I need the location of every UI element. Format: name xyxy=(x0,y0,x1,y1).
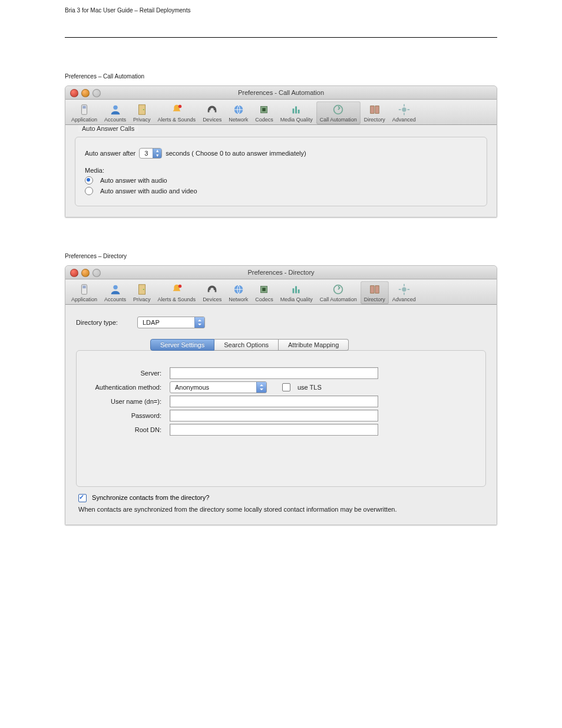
subtab-search-options[interactable]: Search Options xyxy=(214,339,279,351)
rootdn-label: Root DN: xyxy=(87,426,161,433)
use-tls-label: use TLS xyxy=(297,384,322,391)
phone-icon xyxy=(77,103,91,117)
subtab-server-settings[interactable]: Server Settings xyxy=(150,339,214,351)
radio-audio[interactable] xyxy=(85,176,93,185)
group-label-auto-answer: Auto Answer Calls xyxy=(78,125,138,132)
auto-answer-prefix: Auto answer after xyxy=(85,150,135,157)
tab-directory[interactable]: Directory xyxy=(361,101,389,124)
tab-application[interactable]: Application xyxy=(68,281,101,304)
tab-accounts[interactable]: Accounts xyxy=(101,281,130,304)
sync-help-text: When contacts are synchronized from the … xyxy=(76,502,486,520)
directory-subtabs: Server Settings Search Options Attribute… xyxy=(150,339,486,351)
close-icon[interactable] xyxy=(70,269,78,277)
gear-icon xyxy=(397,103,411,117)
subtab-attribute-mapping[interactable]: Attribute Mapping xyxy=(279,339,349,351)
stepper-down-icon[interactable]: ▼ xyxy=(153,153,161,158)
bell-icon xyxy=(170,103,184,117)
svg-point-13 xyxy=(402,107,406,111)
username-field[interactable] xyxy=(170,396,378,407)
user-icon xyxy=(108,103,123,117)
auth-method-select[interactable]: Anonymous xyxy=(170,381,267,393)
tab-alerts-sounds[interactable]: Alerts & Sounds xyxy=(154,281,200,304)
tab-call-automation[interactable]: Call Automation xyxy=(316,281,361,304)
window-title: Preferences - Call Automation xyxy=(238,89,324,96)
tab-advanced[interactable]: Advanced xyxy=(389,281,419,304)
tab-network[interactable]: Network xyxy=(225,101,252,124)
stepper-up-icon[interactable]: ▲ xyxy=(153,149,161,153)
panel-call-automation: Preferences - Call Automation Applicatio… xyxy=(65,85,497,218)
door-icon xyxy=(135,103,149,117)
chevron-updown-icon xyxy=(256,382,266,393)
server-field[interactable] xyxy=(170,367,378,379)
tab-devices[interactable]: Devices xyxy=(199,101,225,124)
gear-icon xyxy=(397,282,411,297)
zoom-icon xyxy=(92,89,101,97)
svg-point-31 xyxy=(402,287,406,291)
media-label: Media: xyxy=(85,167,104,174)
svg-rect-29 xyxy=(298,289,300,293)
svg-rect-21 xyxy=(138,285,145,295)
user-icon xyxy=(108,282,123,297)
preferences-toolbar: Application Accounts Privacy Alerts & So… xyxy=(65,100,497,125)
tab-accounts[interactable]: Accounts xyxy=(101,101,130,124)
use-tls-checkbox[interactable] xyxy=(282,383,290,391)
section-title-directory: Preferences – Directory xyxy=(65,253,497,259)
svg-point-23 xyxy=(178,285,182,288)
svg-point-20 xyxy=(113,285,117,289)
radio-audio-video[interactable] xyxy=(85,187,93,195)
password-field[interactable] xyxy=(170,410,378,421)
globe-icon xyxy=(232,103,246,117)
auto-answer-stepper[interactable]: 3 ▲▼ xyxy=(139,148,162,159)
tab-privacy[interactable]: Privacy xyxy=(130,101,154,124)
automation-icon xyxy=(331,282,345,297)
svg-rect-11 xyxy=(298,110,300,113)
auto-answer-value: 3 xyxy=(140,149,153,158)
equalizer-icon xyxy=(289,282,303,297)
window-title: Preferences - Directory xyxy=(247,269,314,276)
header-left: Bria 3 for Mac User Guide – Retail Deplo… xyxy=(65,7,190,14)
minimize-icon[interactable] xyxy=(81,269,90,277)
tab-media-quality[interactable]: Media Quality xyxy=(277,101,316,124)
section-title-call-automation: Preferences – Call Automation xyxy=(65,73,497,80)
svg-point-4 xyxy=(143,109,144,110)
svg-rect-10 xyxy=(295,107,297,114)
tab-alerts-sounds[interactable]: Alerts & Sounds xyxy=(154,101,200,124)
tab-codecs[interactable]: Codecs xyxy=(252,101,277,124)
directory-type-label: Directory type: xyxy=(76,319,129,326)
tab-advanced[interactable]: Advanced xyxy=(389,101,419,124)
tab-codecs[interactable]: Codecs xyxy=(252,281,277,304)
close-icon[interactable] xyxy=(70,89,78,97)
tab-media-quality[interactable]: Media Quality xyxy=(277,281,316,304)
door-icon xyxy=(135,282,149,297)
headset-icon xyxy=(205,282,219,297)
window-titlebar: Preferences - Directory xyxy=(65,266,497,279)
tab-application[interactable]: Application xyxy=(68,101,101,124)
svg-rect-3 xyxy=(138,105,145,115)
sync-contacts-checkbox[interactable] xyxy=(78,494,87,502)
equalizer-icon xyxy=(289,103,303,117)
username-label: User name (dn=): xyxy=(87,398,161,405)
radio-audio-label: Auto answer with audio xyxy=(100,177,167,184)
automation-icon xyxy=(331,103,345,117)
svg-point-22 xyxy=(143,289,144,290)
svg-rect-8 xyxy=(263,108,266,111)
server-label: Server: xyxy=(87,370,161,377)
directory-type-value: LDAP xyxy=(138,317,194,328)
auto-answer-suffix: seconds ( Choose 0 to auto answer immedi… xyxy=(166,150,306,157)
tab-network[interactable]: Network xyxy=(225,281,252,304)
minimize-icon[interactable] xyxy=(81,89,90,97)
svg-rect-1 xyxy=(82,106,86,109)
chip-icon xyxy=(257,282,271,297)
svg-point-2 xyxy=(113,106,117,110)
auth-method-label: Authentication method: xyxy=(87,384,161,391)
tab-call-automation[interactable]: Call Automation xyxy=(316,101,361,124)
tab-devices[interactable]: Devices xyxy=(199,281,225,304)
bell-icon xyxy=(170,282,184,297)
tab-privacy[interactable]: Privacy xyxy=(130,281,154,304)
tab-directory[interactable]: Directory xyxy=(361,281,389,304)
rootdn-field[interactable] xyxy=(170,424,378,436)
directory-type-select[interactable]: LDAP xyxy=(137,317,205,328)
sync-contacts-label: Synchronize contacts from the directory? xyxy=(92,494,209,501)
panel-directory: Preferences - Directory Application Acco… xyxy=(65,265,497,525)
headset-icon xyxy=(205,103,219,117)
